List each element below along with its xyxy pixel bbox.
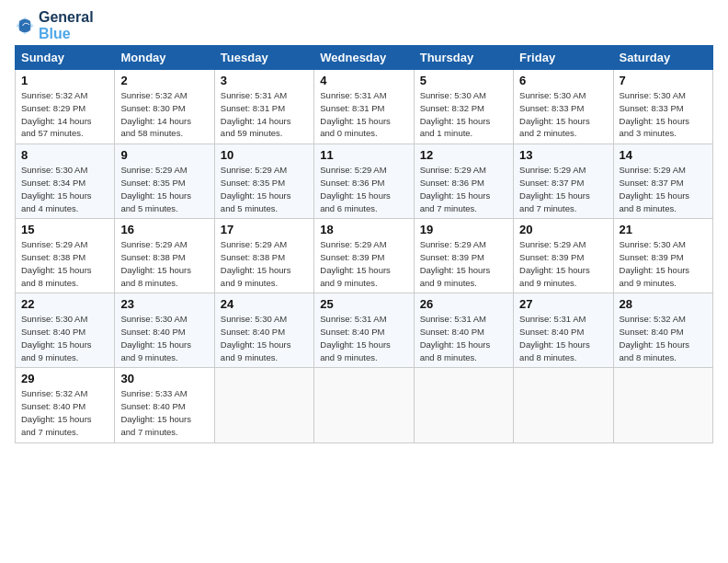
day-number: 2 bbox=[120, 74, 208, 87]
calendar-day-cell: 5Sunrise: 5:30 AM Sunset: 8:32 PM Daylig… bbox=[414, 70, 513, 144]
day-number: 17 bbox=[221, 223, 308, 236]
day-info: Sunrise: 5:30 AM Sunset: 8:40 PM Dayligh… bbox=[221, 313, 308, 363]
calendar-day-cell: 20Sunrise: 5:29 AM Sunset: 8:39 PM Dayli… bbox=[514, 219, 613, 293]
day-info: Sunrise: 5:29 AM Sunset: 8:36 PM Dayligh… bbox=[320, 164, 407, 214]
day-number: 16 bbox=[120, 223, 208, 236]
calendar-day-cell: 6Sunrise: 5:30 AM Sunset: 8:33 PM Daylig… bbox=[514, 70, 613, 144]
day-info: Sunrise: 5:29 AM Sunset: 8:39 PM Dayligh… bbox=[320, 238, 407, 289]
day-number: 7 bbox=[620, 74, 707, 87]
calendar-week-row: 8Sunrise: 5:30 AM Sunset: 8:34 PM Daylig… bbox=[16, 144, 713, 219]
day-number: 20 bbox=[519, 223, 607, 236]
day-info: Sunrise: 5:30 AM Sunset: 8:40 PM Dayligh… bbox=[120, 313, 208, 363]
day-number: 22 bbox=[21, 297, 108, 311]
day-info: Sunrise: 5:29 AM Sunset: 8:37 PM Dayligh… bbox=[519, 164, 607, 214]
calendar-day-cell: 29Sunrise: 5:32 AM Sunset: 8:40 PM Dayli… bbox=[16, 368, 115, 442]
day-number: 10 bbox=[221, 148, 308, 162]
calendar-day-cell bbox=[314, 368, 414, 442]
logo-icon bbox=[15, 16, 35, 36]
day-number: 1 bbox=[21, 74, 108, 87]
day-number: 21 bbox=[620, 223, 707, 236]
day-number: 18 bbox=[320, 223, 407, 236]
day-number: 8 bbox=[21, 148, 108, 162]
day-info: Sunrise: 5:31 AM Sunset: 8:40 PM Dayligh… bbox=[420, 313, 507, 363]
day-number: 9 bbox=[120, 148, 208, 162]
calendar-day-cell: 7Sunrise: 5:30 AM Sunset: 8:33 PM Daylig… bbox=[613, 70, 712, 144]
day-info: Sunrise: 5:31 AM Sunset: 8:31 PM Dayligh… bbox=[221, 89, 308, 140]
calendar-week-row: 15Sunrise: 5:29 AM Sunset: 8:38 PM Dayli… bbox=[16, 219, 713, 293]
calendar-day-cell bbox=[613, 368, 712, 442]
calendar-day-cell: 8Sunrise: 5:30 AM Sunset: 8:34 PM Daylig… bbox=[16, 144, 115, 219]
day-number: 26 bbox=[420, 297, 507, 311]
day-number: 5 bbox=[420, 74, 507, 87]
calendar-table: SundayMondayTuesdayWednesdayThursdayFrid… bbox=[15, 45, 713, 442]
calendar-day-cell: 1Sunrise: 5:32 AM Sunset: 8:29 PM Daylig… bbox=[16, 70, 115, 144]
calendar-day-cell: 2Sunrise: 5:32 AM Sunset: 8:30 PM Daylig… bbox=[115, 70, 214, 144]
calendar-day-cell: 14Sunrise: 5:29 AM Sunset: 8:37 PM Dayli… bbox=[613, 144, 712, 219]
day-info: Sunrise: 5:29 AM Sunset: 8:39 PM Dayligh… bbox=[420, 238, 507, 289]
calendar-day-cell: 16Sunrise: 5:29 AM Sunset: 8:38 PM Dayli… bbox=[115, 219, 214, 293]
day-info: Sunrise: 5:33 AM Sunset: 8:40 PM Dayligh… bbox=[120, 387, 208, 438]
day-info: Sunrise: 5:31 AM Sunset: 8:31 PM Dayligh… bbox=[320, 89, 407, 140]
calendar-day-cell bbox=[514, 368, 613, 442]
day-info: Sunrise: 5:32 AM Sunset: 8:30 PM Dayligh… bbox=[120, 89, 208, 140]
weekday-header-cell: Friday bbox=[514, 46, 613, 70]
day-number: 19 bbox=[420, 223, 507, 236]
calendar-day-cell: 4Sunrise: 5:31 AM Sunset: 8:31 PM Daylig… bbox=[314, 70, 414, 144]
calendar-day-cell: 23Sunrise: 5:30 AM Sunset: 8:40 PM Dayli… bbox=[115, 293, 214, 368]
weekday-header-cell: Tuesday bbox=[214, 46, 313, 70]
day-info: Sunrise: 5:29 AM Sunset: 8:36 PM Dayligh… bbox=[420, 164, 507, 214]
weekday-header-cell: Saturday bbox=[613, 46, 712, 70]
day-info: Sunrise: 5:31 AM Sunset: 8:40 PM Dayligh… bbox=[320, 313, 407, 363]
calendar-day-cell: 24Sunrise: 5:30 AM Sunset: 8:40 PM Dayli… bbox=[214, 293, 313, 368]
day-number: 29 bbox=[21, 372, 108, 385]
day-info: Sunrise: 5:29 AM Sunset: 8:37 PM Dayligh… bbox=[620, 164, 707, 214]
calendar-day-cell: 25Sunrise: 5:31 AM Sunset: 8:40 PM Dayli… bbox=[314, 293, 414, 368]
day-number: 12 bbox=[420, 148, 507, 162]
day-number: 27 bbox=[519, 297, 607, 311]
calendar-day-cell: 3Sunrise: 5:31 AM Sunset: 8:31 PM Daylig… bbox=[214, 70, 313, 144]
calendar-day-cell: 13Sunrise: 5:29 AM Sunset: 8:37 PM Dayli… bbox=[514, 144, 613, 219]
day-info: Sunrise: 5:30 AM Sunset: 8:32 PM Dayligh… bbox=[420, 89, 507, 140]
calendar-day-cell bbox=[414, 368, 513, 442]
day-info: Sunrise: 5:29 AM Sunset: 8:38 PM Dayligh… bbox=[221, 238, 308, 289]
day-number: 24 bbox=[221, 297, 308, 311]
day-info: Sunrise: 5:30 AM Sunset: 8:34 PM Dayligh… bbox=[21, 164, 108, 214]
calendar-week-row: 1Sunrise: 5:32 AM Sunset: 8:29 PM Daylig… bbox=[16, 70, 713, 144]
weekday-header-row: SundayMondayTuesdayWednesdayThursdayFrid… bbox=[16, 46, 713, 70]
calendar-day-cell: 28Sunrise: 5:32 AM Sunset: 8:40 PM Dayli… bbox=[613, 293, 712, 368]
calendar-day-cell: 18Sunrise: 5:29 AM Sunset: 8:39 PM Dayli… bbox=[314, 219, 414, 293]
day-number: 13 bbox=[519, 148, 607, 162]
day-number: 6 bbox=[519, 74, 607, 87]
day-number: 3 bbox=[221, 74, 308, 87]
day-number: 11 bbox=[320, 148, 407, 162]
calendar-day-cell: 22Sunrise: 5:30 AM Sunset: 8:40 PM Dayli… bbox=[16, 293, 115, 368]
calendar-day-cell: 26Sunrise: 5:31 AM Sunset: 8:40 PM Dayli… bbox=[414, 293, 513, 368]
calendar-day-cell bbox=[214, 368, 313, 442]
page: General Blue SundayMondayTuesdayWednesda… bbox=[0, 0, 728, 563]
calendar-day-cell: 10Sunrise: 5:29 AM Sunset: 8:35 PM Dayli… bbox=[214, 144, 313, 219]
calendar-day-cell: 11Sunrise: 5:29 AM Sunset: 8:36 PM Dayli… bbox=[314, 144, 414, 219]
weekday-header-cell: Wednesday bbox=[314, 46, 414, 70]
calendar-day-cell: 21Sunrise: 5:30 AM Sunset: 8:39 PM Dayli… bbox=[613, 219, 712, 293]
logo-text: General Blue bbox=[39, 9, 94, 41]
day-info: Sunrise: 5:29 AM Sunset: 8:38 PM Dayligh… bbox=[21, 238, 108, 289]
day-info: Sunrise: 5:30 AM Sunset: 8:39 PM Dayligh… bbox=[620, 238, 707, 289]
day-number: 30 bbox=[120, 372, 208, 385]
calendar-week-row: 22Sunrise: 5:30 AM Sunset: 8:40 PM Dayli… bbox=[16, 293, 713, 368]
calendar-day-cell: 9Sunrise: 5:29 AM Sunset: 8:35 PM Daylig… bbox=[115, 144, 214, 219]
day-info: Sunrise: 5:29 AM Sunset: 8:35 PM Dayligh… bbox=[120, 164, 208, 214]
weekday-header-cell: Thursday bbox=[414, 46, 513, 70]
calendar-day-cell: 12Sunrise: 5:29 AM Sunset: 8:36 PM Dayli… bbox=[414, 144, 513, 219]
day-info: Sunrise: 5:32 AM Sunset: 8:40 PM Dayligh… bbox=[620, 313, 707, 363]
calendar-week-row: 29Sunrise: 5:32 AM Sunset: 8:40 PM Dayli… bbox=[16, 368, 713, 442]
day-info: Sunrise: 5:30 AM Sunset: 8:40 PM Dayligh… bbox=[21, 313, 108, 363]
calendar-day-cell: 17Sunrise: 5:29 AM Sunset: 8:38 PM Dayli… bbox=[214, 219, 313, 293]
day-info: Sunrise: 5:32 AM Sunset: 8:40 PM Dayligh… bbox=[21, 387, 108, 438]
day-number: 28 bbox=[620, 297, 707, 311]
calendar-day-cell: 19Sunrise: 5:29 AM Sunset: 8:39 PM Dayli… bbox=[414, 219, 513, 293]
calendar-day-cell: 15Sunrise: 5:29 AM Sunset: 8:38 PM Dayli… bbox=[16, 219, 115, 293]
day-info: Sunrise: 5:32 AM Sunset: 8:29 PM Dayligh… bbox=[21, 89, 108, 140]
calendar-day-cell: 30Sunrise: 5:33 AM Sunset: 8:40 PM Dayli… bbox=[115, 368, 214, 442]
day-number: 15 bbox=[21, 223, 108, 236]
day-info: Sunrise: 5:29 AM Sunset: 8:39 PM Dayligh… bbox=[519, 238, 607, 289]
